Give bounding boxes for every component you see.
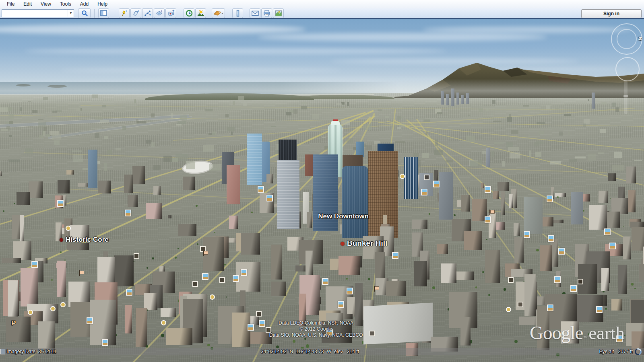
sunlight-button[interactable] xyxy=(195,8,206,18)
add-image-overlay-button[interactable]: + xyxy=(154,8,165,18)
zoom-slider-knob[interactable] xyxy=(623,95,628,97)
square-marker-icon[interactable] xyxy=(508,277,514,283)
poi-dot-icon[interactable] xyxy=(60,302,66,307)
square-marker-icon[interactable] xyxy=(518,302,523,307)
photo-icon[interactable] xyxy=(524,231,530,238)
photo-icon[interactable] xyxy=(485,216,491,223)
poi-dot-icon[interactable] xyxy=(28,310,33,315)
compass-north[interactable]: N xyxy=(637,37,643,41)
search-input[interactable] xyxy=(2,10,68,16)
photo-icon[interactable] xyxy=(548,235,554,242)
photo-icon[interactable] xyxy=(558,248,565,255)
photo-icon[interactable] xyxy=(258,186,264,193)
toggle-sidebar-button[interactable] xyxy=(98,8,109,18)
photo-icon[interactable] xyxy=(392,252,398,259)
photo-icon[interactable] xyxy=(554,276,561,283)
place-label-historic-core[interactable]: Historic Core xyxy=(66,236,109,244)
photo-icon[interactable] xyxy=(233,275,239,282)
square-marker-icon[interactable] xyxy=(134,253,139,259)
search-icon xyxy=(81,10,88,17)
distant-building xyxy=(104,136,108,139)
photo-icon[interactable] xyxy=(202,273,208,280)
ruler-button[interactable] xyxy=(232,8,243,18)
search-combobox[interactable]: ▼ xyxy=(2,9,74,17)
building xyxy=(540,245,551,271)
photo-icon[interactable] xyxy=(604,228,611,235)
map-viewport[interactable]: Historic Core New Downtown Bunker Hill P… xyxy=(0,19,644,362)
menu-view[interactable]: View xyxy=(36,0,56,8)
zoom-slider[interactable] xyxy=(624,80,627,114)
photo-icon[interactable] xyxy=(547,195,553,202)
move-joystick[interactable] xyxy=(615,57,640,81)
tree xyxy=(175,257,177,259)
photo-icon[interactable] xyxy=(31,261,38,268)
menu-file[interactable]: File xyxy=(2,0,19,8)
square-marker-icon[interactable] xyxy=(192,281,198,287)
menu-help[interactable]: Help xyxy=(93,0,112,8)
placemark-dot-bunker-hill[interactable] xyxy=(341,242,345,246)
add-placemark-button[interactable]: + xyxy=(119,8,130,18)
flag-icon[interactable] xyxy=(202,251,207,256)
tree xyxy=(488,294,490,296)
print-button[interactable] xyxy=(261,8,272,18)
place-label-new-downtown[interactable]: New Downtown xyxy=(318,212,369,220)
flag-icon[interactable] xyxy=(489,210,494,215)
square-marker-icon[interactable] xyxy=(424,175,429,180)
historical-imagery-icon xyxy=(186,10,193,17)
building xyxy=(57,261,66,297)
attribution-line: © 2012 Google xyxy=(269,326,363,332)
building xyxy=(305,251,312,276)
combo-dropdown-arrow[interactable]: ▼ xyxy=(68,10,74,16)
photo-icon[interactable] xyxy=(248,324,254,331)
photo-icon[interactable] xyxy=(485,186,491,193)
square-marker-icon[interactable] xyxy=(256,311,262,317)
add-path-button[interactable]: + xyxy=(142,8,153,18)
square-marker-icon[interactable] xyxy=(219,277,225,283)
square-marker-icon[interactable] xyxy=(369,331,375,336)
poi-dot-icon[interactable] xyxy=(50,306,56,311)
photo-icon[interactable] xyxy=(338,301,344,308)
poi-dot-icon[interactable] xyxy=(210,294,215,300)
photo-icon[interactable] xyxy=(570,285,577,292)
email-button[interactable] xyxy=(250,8,260,18)
photo-icon[interactable] xyxy=(266,195,273,202)
photo-icon[interactable] xyxy=(87,317,93,324)
photo-icon[interactable] xyxy=(433,181,440,187)
view-in-maps-button[interactable] xyxy=(273,8,284,18)
photo-icon[interactable] xyxy=(421,189,427,195)
sign-in-button[interactable]: Sign in xyxy=(581,9,642,18)
menu-add[interactable]: Add xyxy=(76,0,93,8)
menu-edit[interactable]: Edit xyxy=(19,0,36,8)
photo-icon[interactable] xyxy=(596,306,603,313)
add-polygon-button[interactable]: + xyxy=(130,8,141,18)
photo-icon[interactable] xyxy=(241,269,247,276)
photo-icon[interactable] xyxy=(126,289,132,296)
photo-icon[interactable] xyxy=(259,320,265,327)
square-marker-icon[interactable] xyxy=(578,279,583,284)
skyscraper xyxy=(277,160,299,229)
look-ring-inner[interactable] xyxy=(617,29,637,49)
flag-icon[interactable] xyxy=(78,270,83,276)
distant-building xyxy=(600,129,607,133)
tree xyxy=(368,278,370,280)
photo-icon[interactable] xyxy=(347,288,353,294)
distant-building xyxy=(178,121,186,124)
photo-icon[interactable] xyxy=(609,243,616,249)
photo-icon[interactable] xyxy=(57,200,64,207)
menu-tools[interactable]: Tools xyxy=(56,0,76,8)
photo-icon[interactable] xyxy=(547,304,553,311)
distant-tower xyxy=(461,95,464,104)
photo-icon[interactable] xyxy=(125,210,131,216)
parking-label[interactable]: P xyxy=(11,319,16,327)
photo-icon[interactable] xyxy=(322,278,328,285)
attribution-line: Data LDEO-Columbia, NSF, NOAA xyxy=(269,320,363,326)
place-label-bunker-hill[interactable]: Bunker Hill xyxy=(347,239,387,248)
building xyxy=(67,243,89,250)
historical-imagery-button[interactable] xyxy=(184,8,194,18)
photo-icon[interactable] xyxy=(102,339,108,346)
record-tour-button[interactable]: + xyxy=(165,8,176,18)
planets-button[interactable] xyxy=(212,8,225,18)
placemark-dot-historic-core[interactable] xyxy=(60,238,63,242)
flag-icon[interactable] xyxy=(374,286,378,292)
search-button[interactable] xyxy=(78,8,91,18)
